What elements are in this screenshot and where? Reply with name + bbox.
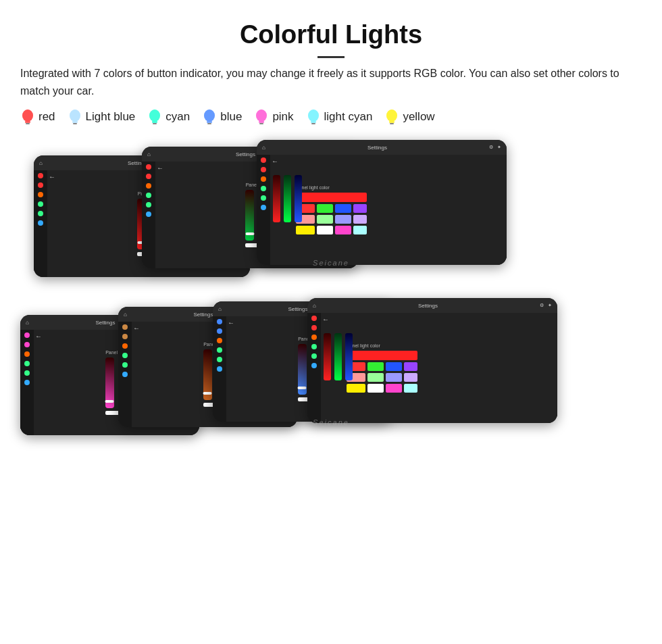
sidebar-dot-icon [38, 220, 43, 226]
bulb-icon-cyan [147, 107, 162, 126]
sidebar-dot-icon [146, 212, 151, 217]
bulb-icon-yellow [384, 107, 399, 126]
color-swatch[interactable] [404, 362, 417, 371]
color-swatch[interactable] [317, 204, 333, 213]
sidebar-dot-icon [122, 353, 128, 358]
color-swatch[interactable] [353, 204, 367, 213]
sidebar-dot-icon [311, 335, 317, 340]
color-swatch[interactable] [367, 362, 384, 371]
sidebar-dot-icon [122, 362, 128, 368]
page-title: Colorful Lights [240, 20, 422, 49]
red-slider[interactable] [245, 190, 254, 241]
sidebar-dot-icon [122, 324, 128, 330]
sidebar-dot-icon [261, 176, 266, 182]
back-arrow-icon[interactable]: ← [157, 164, 163, 172]
color-slider-blue[interactable] [295, 175, 302, 222]
color-item-pink: pink [254, 107, 293, 126]
color-slider-blue[interactable] [345, 333, 353, 380]
sidebar-dot-icon [24, 332, 30, 338]
sidebar-dot-icon [217, 338, 222, 343]
color-swatch[interactable] [317, 226, 333, 234]
color-slider-green[interactable] [284, 175, 291, 222]
bulb-icon-light cyan [306, 107, 321, 126]
color-swatch[interactable] [367, 384, 384, 393]
color-swatch[interactable] [386, 384, 402, 393]
device-sidebar [34, 170, 47, 277]
back-arrow-icon[interactable]: ← [35, 332, 42, 340]
device-sidebar [142, 162, 155, 268]
red-slider[interactable] [203, 349, 212, 400]
device-main: Panel light color [321, 313, 557, 423]
color-slider-green[interactable] [334, 333, 342, 380]
color-label: yellow [403, 110, 434, 124]
svg-rect-14 [207, 123, 211, 124]
color-label: red [39, 110, 55, 124]
sidebar-dot-icon [261, 186, 266, 191]
back-arrow-icon[interactable]: ← [322, 316, 329, 323]
color-label: cyan [166, 110, 190, 124]
sidebar-dot-icon [38, 201, 43, 207]
color-swatch[interactable] [317, 215, 333, 224]
color-swatch[interactable] [404, 384, 417, 393]
color-swatch[interactable] [353, 226, 367, 234]
sidebar-dot-icon [38, 211, 43, 216]
color-swatch[interactable] [335, 204, 351, 213]
color-swatch[interactable] [296, 226, 315, 234]
back-arrow-icon[interactable]: ← [228, 319, 234, 326]
red-swatch-wide[interactable] [296, 193, 367, 202]
sidebar-dot-icon [146, 174, 151, 179]
back-arrow-icon[interactable]: ← [133, 324, 140, 332]
color-swatch[interactable] [386, 373, 402, 382]
color-swatch[interactable] [335, 226, 351, 234]
red-slider[interactable] [105, 357, 114, 408]
color-item-light-cyan: light cyan [306, 107, 373, 126]
color-label: blue [220, 110, 242, 124]
device-screen: Panel light color← [307, 313, 557, 423]
color-swatch[interactable] [353, 215, 367, 224]
sidebar-dot-icon [217, 357, 222, 362]
bulb-icon-pink [254, 107, 269, 126]
device-screen: Panel light color← [257, 155, 507, 265]
svg-rect-2 [26, 123, 30, 124]
device-sidebar [257, 155, 270, 265]
color-item-Light-blue: Light blue [68, 107, 136, 126]
svg-rect-22 [311, 123, 315, 124]
svg-rect-10 [153, 123, 157, 124]
device-top-bar: ⌂Settings⚙✦ [257, 140, 507, 155]
svg-point-7 [70, 109, 80, 122]
sidebar-dot-icon [24, 370, 30, 376]
color-swatch[interactable] [367, 373, 384, 382]
back-arrow-icon[interactable]: ← [49, 173, 55, 180]
color-swatch[interactable] [386, 362, 402, 371]
back-arrow-icon[interactable]: ← [272, 157, 278, 165]
sidebar-dot-icon [217, 366, 222, 372]
color-item-yellow: yellow [384, 107, 434, 126]
bulb-icon-blue [202, 107, 217, 126]
red-slider[interactable] [298, 344, 307, 395]
sidebar-dot-icon [24, 361, 30, 366]
red-swatch-wide[interactable] [347, 351, 417, 360]
top-device-group: Seicane ⌂Settings⚙✦Panel light←⌂Settings… [20, 139, 642, 287]
sidebar-dot-icon [311, 325, 317, 330]
sidebar-dot-icon [122, 343, 128, 349]
svg-point-15 [204, 109, 215, 122]
color-slider-red[interactable] [324, 333, 331, 380]
color-swatch[interactable] [347, 384, 365, 393]
svg-rect-26 [390, 123, 394, 124]
bulb-icon-Light blue [68, 107, 82, 126]
svg-rect-6 [73, 123, 77, 124]
sidebar-dot-icon [122, 372, 128, 377]
sidebar-dot-icon [38, 173, 43, 178]
sidebar-dot-icon [217, 319, 222, 324]
color-slider-red[interactable] [273, 175, 280, 222]
sidebar-dot-icon [146, 183, 151, 189]
device-main: Panel light color [270, 155, 507, 265]
device-sidebar [118, 322, 132, 427]
color-swatch[interactable] [335, 215, 351, 224]
description-text: Integrated with 7 colors of button indic… [20, 65, 642, 99]
title-divider [317, 56, 345, 58]
sidebar-dot-icon [261, 205, 266, 210]
device-top-bar: ⌂Settings⚙✦ [307, 298, 557, 313]
color-swatch[interactable] [404, 373, 417, 382]
svg-point-27 [386, 109, 397, 122]
